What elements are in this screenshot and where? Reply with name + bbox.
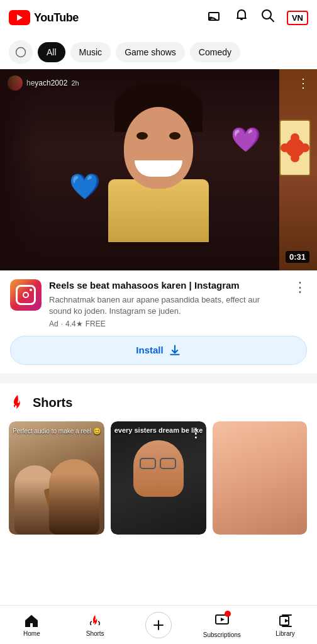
short-thumb-3 <box>213 421 307 535</box>
home-icon <box>24 613 39 628</box>
download-icon <box>169 344 181 357</box>
ad-info-row: Ad · 4.4★ FREE <box>49 319 281 328</box>
app-header: YouTube VN <box>0 0 317 35</box>
account-badge[interactable]: VN <box>287 11 308 25</box>
notification-icon[interactable] <box>234 8 249 27</box>
section-divider <box>0 379 317 384</box>
subscription-notification-dot <box>225 611 231 617</box>
install-label: Install <box>136 345 163 355</box>
ad-free-label: FREE <box>86 319 106 328</box>
ad-app-icon <box>10 279 42 311</box>
ad-separator: · <box>61 319 63 328</box>
install-button[interactable]: Install <box>10 336 307 365</box>
nav-create[interactable] <box>140 612 177 638</box>
ad-icon-flash <box>30 289 32 291</box>
short1-audio-label: Perfect audio to make a reel 😊 <box>13 428 101 435</box>
shorts-section: Shorts Perfect audio to make a reel 😊 <box>0 384 317 542</box>
nav-subscriptions[interactable]: Subscriptions <box>203 612 241 638</box>
short-card-2[interactable]: every sisters dream be like ⋮ <box>111 421 206 535</box>
library-icon <box>278 613 293 628</box>
video-thumbnail[interactable]: 💜 💙 heyach2002 2h ⋮ 0:31 <box>0 69 317 270</box>
ad-description: Rachnatmak banen aur apane pasandida bea… <box>49 294 281 317</box>
ad-card: Reels se beat mahasoos karen | Instagram… <box>0 270 317 379</box>
search-icon[interactable] <box>260 8 275 27</box>
svg-point-7 <box>16 48 26 57</box>
short-card-1[interactable]: Perfect audio to make a reel 😊 <box>9 421 104 535</box>
install-btn-wrap: Install <box>10 336 307 365</box>
nav-home[interactable]: Home <box>13 613 50 637</box>
short1-label-text: Perfect audio to make a reel 😊 <box>13 428 101 435</box>
nav-shorts[interactable]: Shorts <box>76 613 114 637</box>
svg-rect-4 <box>236 18 247 19</box>
shorts-section-title: Shorts <box>33 396 72 410</box>
nav-library-label: Library <box>275 630 295 637</box>
logo-area: YouTube <box>9 10 79 25</box>
svg-marker-13 <box>221 618 225 621</box>
video-duration-badge: 0:31 <box>286 251 309 263</box>
add-icon <box>151 618 166 633</box>
ad-icon-dot <box>23 292 29 298</box>
shorts-nav-icon <box>87 613 103 628</box>
header-icons: VN <box>208 8 308 27</box>
nav-home-label: Home <box>23 630 40 637</box>
shorts-header: Shorts <box>9 394 308 413</box>
ad-meta-row: Reels se beat mahasoos karen | Instagram… <box>10 279 307 328</box>
ad-rating: 4.4★ <box>65 319 83 328</box>
chip-music[interactable]: Music <box>70 42 111 62</box>
svg-line-6 <box>270 18 274 22</box>
video-more-btn[interactable]: ⋮ <box>297 75 309 91</box>
nav-subscriptions-label: Subscriptions <box>203 631 241 638</box>
create-button[interactable] <box>145 612 172 638</box>
shorts-grid: Perfect audio to make a reel 😊 every sis… <box>9 421 308 535</box>
short-thumb-1: Perfect audio to make a reel 😊 <box>9 421 104 535</box>
explore-chip[interactable] <box>9 40 33 64</box>
short-thumb-2: every sisters dream be like ⋮ <box>111 421 206 535</box>
bottom-navigation: Home Shorts Subscriptions <box>0 605 317 644</box>
video-time-ago: 2h <box>71 79 79 87</box>
chip-comedy[interactable]: Comedy <box>190 42 240 62</box>
category-chips-bar: All Music Game shows Comedy <box>0 35 317 69</box>
ad-label: Ad <box>49 319 58 328</box>
subscriptions-badge <box>214 612 230 630</box>
short-card-3[interactable] <box>213 421 308 535</box>
ad-more-btn[interactable]: ⋮ <box>288 279 307 296</box>
cast-icon[interactable] <box>208 8 223 27</box>
short2-person <box>111 421 206 497</box>
svg-marker-8 <box>18 50 23 55</box>
nav-shorts-label: Shorts <box>86 630 104 637</box>
chip-gameshows[interactable]: Game shows <box>116 42 185 62</box>
video-thumb-bg: 💜 💙 <box>0 69 317 270</box>
person-right <box>49 459 99 535</box>
guitar-scene <box>9 453 104 535</box>
youtube-logo-icon <box>9 10 30 25</box>
face2-head <box>133 440 184 497</box>
shorts-icon <box>9 394 26 413</box>
youtube-wordmark: YouTube <box>34 11 79 25</box>
ad-icon-inner <box>16 285 36 305</box>
ad-title: Reels se beat mahasoos karen | Instagram <box>49 279 281 292</box>
ad-text-block: Reels se beat mahasoos karen | Instagram… <box>49 279 281 328</box>
nav-library[interactable]: Library <box>267 613 304 637</box>
chip-all[interactable]: All <box>38 42 65 62</box>
video-meta-overlay: heyach2002 2h ⋮ <box>0 75 317 91</box>
